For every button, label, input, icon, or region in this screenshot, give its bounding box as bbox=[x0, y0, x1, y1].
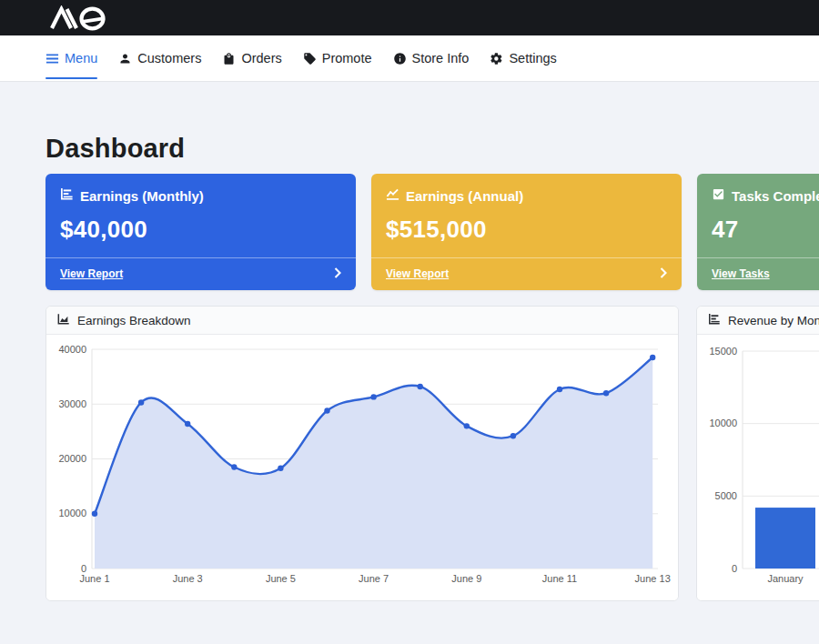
nav-item-promote[interactable]: Promote bbox=[303, 35, 372, 81]
main-navbar: Menu Customers Orders Promote Store Info… bbox=[0, 35, 819, 82]
revenue-by-month-chart: 050001000015000January bbox=[697, 335, 819, 597]
svg-text:0: 0 bbox=[732, 563, 737, 574]
line-chart-icon bbox=[386, 187, 399, 204]
svg-text:June 9: June 9 bbox=[451, 573, 481, 584]
svg-text:10000: 10000 bbox=[709, 418, 737, 428]
svg-text:June 11: June 11 bbox=[542, 573, 577, 584]
stat-card-title: Tasks Completed bbox=[732, 188, 819, 204]
hamburger-icon bbox=[46, 52, 59, 65]
tasks-completed-card[interactable]: Tasks Completed 47 View Tasks bbox=[697, 174, 819, 290]
svg-text:June 1: June 1 bbox=[79, 573, 109, 584]
svg-text:January: January bbox=[767, 573, 804, 584]
revenue-by-month-card: Revenue by Month 050001000015000January bbox=[696, 306, 819, 601]
svg-text:June 5: June 5 bbox=[266, 573, 296, 584]
stat-card-value: 47 bbox=[712, 216, 819, 244]
main-content: Dashboard Earnings (Monthly) $40,000 Vie… bbox=[0, 134, 819, 601]
horizontal-bar-chart-icon bbox=[708, 313, 721, 328]
stat-card-value: $515,000 bbox=[386, 216, 667, 244]
nav-item-label: Promote bbox=[322, 51, 372, 65]
view-report-link[interactable]: View Report bbox=[386, 267, 449, 280]
svg-text:10000: 10000 bbox=[58, 508, 86, 518]
info-circle-icon bbox=[393, 52, 407, 65]
nav-item-label: Menu bbox=[65, 51, 97, 65]
stat-card-title: Earnings (Monthly) bbox=[80, 188, 204, 204]
tag-icon bbox=[303, 52, 317, 65]
brand-logo-icon bbox=[44, 5, 118, 31]
nav-item-label: Customers bbox=[137, 51, 201, 65]
nav-item-menu[interactable]: Menu bbox=[46, 35, 97, 81]
svg-text:20000: 20000 bbox=[58, 453, 86, 464]
nav-item-label: Settings bbox=[509, 51, 556, 65]
top-app-bar bbox=[0, 0, 819, 35]
stat-card-value: $40,000 bbox=[60, 216, 341, 244]
charts-row: Earnings Breakdown 010000200003000040000… bbox=[46, 306, 819, 601]
chart-card-title: Revenue by Month bbox=[728, 314, 819, 327]
page-title: Dashboard bbox=[46, 134, 819, 164]
check-square-icon bbox=[712, 187, 725, 204]
view-tasks-link[interactable]: View Tasks bbox=[712, 267, 770, 280]
svg-text:15000: 15000 bbox=[709, 346, 737, 357]
nav-item-store-info[interactable]: Store Info bbox=[393, 35, 470, 81]
earnings-monthly-card[interactable]: Earnings (Monthly) $40,000 View Report bbox=[46, 174, 356, 290]
chart-card-title: Earnings Breakdown bbox=[77, 314, 191, 327]
gear-icon bbox=[490, 52, 503, 65]
svg-text:June 3: June 3 bbox=[173, 573, 203, 584]
shopping-bag-icon bbox=[222, 52, 236, 65]
svg-text:30000: 30000 bbox=[58, 398, 86, 409]
nav-item-customers[interactable]: Customers bbox=[118, 35, 201, 81]
nav-item-settings[interactable]: Settings bbox=[490, 35, 556, 81]
view-report-link[interactable]: View Report bbox=[60, 267, 123, 280]
svg-text:June 13: June 13 bbox=[635, 573, 671, 584]
svg-text:5000: 5000 bbox=[715, 490, 737, 501]
earnings-breakdown-chart: 010000200003000040000June 1June 3June 5J… bbox=[46, 335, 678, 597]
nav-item-orders[interactable]: Orders bbox=[222, 35, 281, 81]
stat-cards-row: Earnings (Monthly) $40,000 View Report E… bbox=[46, 174, 819, 290]
stat-card-title: Earnings (Annual) bbox=[406, 188, 523, 204]
svg-text:June 7: June 7 bbox=[359, 573, 389, 584]
svg-text:40000: 40000 bbox=[58, 344, 86, 355]
nav-item-label: Store Info bbox=[412, 51, 470, 65]
horizontal-bar-chart-icon bbox=[60, 187, 74, 204]
svg-text:0: 0 bbox=[81, 563, 86, 574]
brand-logo[interactable] bbox=[44, 5, 118, 31]
chevron-right-icon bbox=[660, 266, 667, 282]
earnings-annual-card[interactable]: Earnings (Annual) $515,000 View Report bbox=[371, 174, 682, 290]
earnings-breakdown-card: Earnings Breakdown 010000200003000040000… bbox=[46, 306, 679, 601]
nav-item-label: Orders bbox=[241, 51, 281, 65]
area-chart-icon bbox=[57, 313, 70, 328]
chevron-right-icon bbox=[334, 266, 341, 282]
person-icon bbox=[118, 52, 132, 65]
